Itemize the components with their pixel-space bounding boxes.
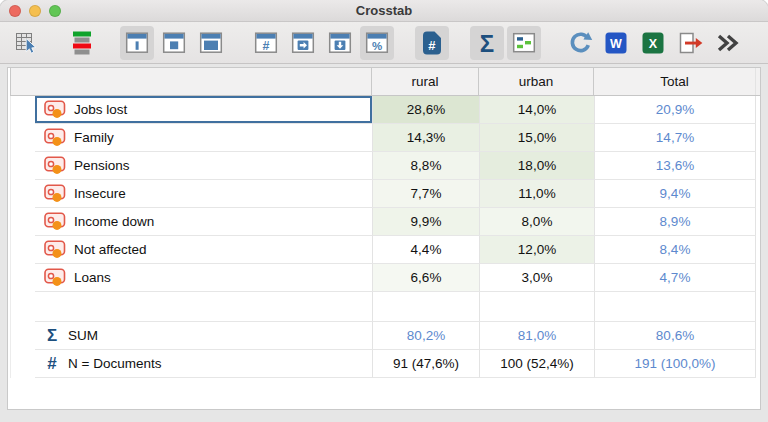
sum-total-cell[interactable]: 80,6% [594,322,756,350]
row-label: Loans [74,270,111,285]
window-percent-icon: % [363,29,391,56]
svg-text:W: W [610,36,622,50]
hash-icon: # [44,355,60,372]
row-label-cell[interactable]: Income down [35,208,372,236]
table-row[interactable]: Loans 6,6% 3,0% 4,7% [10,264,760,292]
urban-cell[interactable]: 12,0% [479,236,594,264]
total-cell[interactable]: 20,9% [594,96,756,124]
window-arrow-right-icon [289,29,317,56]
table-row[interactable]: Family 14,3% 15,0% 14,7% [10,124,760,152]
row-label-cell[interactable]: Family [35,124,372,152]
excel-export-icon: X [641,31,665,55]
rural-cell[interactable]: 9,9% [372,208,479,236]
window-large-pane-button[interactable] [194,26,228,60]
row-gutter [10,180,35,208]
chevron-double-right-button[interactable] [710,26,744,60]
toolbar-group: Σ [470,26,541,60]
rural-cell[interactable]: 28,6% [372,96,479,124]
header-cell-urban[interactable]: urban [479,68,594,95]
total-cell[interactable]: 13,6% [594,152,756,180]
urban-cell[interactable]: 3,0% [479,264,594,292]
rural-cell[interactable]: 6,6% [372,264,479,292]
toolbar-group: WX [562,26,744,60]
rural-cell[interactable]: 7,7% [372,180,479,208]
sigma-icon: Σ [475,29,499,57]
window-hash-button[interactable]: # [249,26,283,60]
n-rural-cell[interactable]: 91 (47,6%) [372,350,479,378]
svg-text:X: X [649,36,658,50]
table-row[interactable]: Jobs lost 28,6% 14,0% 20,9% [10,96,760,124]
export-button[interactable] [673,26,707,60]
empty-urban-cell [479,292,594,322]
row-label-cell[interactable]: Loans [35,264,372,292]
window-medium-pane-button[interactable] [157,26,191,60]
row-label-cell[interactable]: Jobs lost [35,96,372,124]
code-icon [44,212,66,231]
table-header: rural urban Total [10,68,760,96]
row-gutter [10,96,35,124]
window-arrow-right-button[interactable] [286,26,320,60]
window-title: Crosstab [0,0,768,22]
urban-cell[interactable]: 18,0% [479,152,594,180]
refresh-button[interactable] [562,26,596,60]
table-row[interactable]: Income down 9,9% 8,0% 8,9% [10,208,760,236]
window-arrow-down-button[interactable] [323,26,357,60]
toolbar-group [120,26,228,60]
code-icon [44,100,66,119]
urban-cell[interactable]: 14,0% [479,96,594,124]
total-cell[interactable]: 8,4% [594,236,756,264]
sigma-button[interactable]: Σ [470,26,504,60]
table-select-button[interactable] [10,26,44,60]
rural-cell[interactable]: 14,3% [372,124,479,152]
row-gutter [10,208,35,236]
n-label-cell[interactable]: # N = Documents [35,350,372,378]
urban-cell[interactable]: 11,0% [479,180,594,208]
code-icon [44,268,66,287]
row-label-cell[interactable]: Insecure [35,180,372,208]
excel-export-button[interactable]: X [636,26,670,60]
urban-cell[interactable]: 8,0% [479,208,594,236]
total-cell[interactable]: 9,4% [594,180,756,208]
window-hash-icon: # [252,29,280,56]
window-arrow-down-icon [326,29,354,56]
row-gutter [10,152,35,180]
row-label-cell[interactable]: Pensions [35,152,372,180]
badge-hash-icon: # [420,29,444,57]
window-thin-bar-button[interactable] [120,26,154,60]
sum-label-cell[interactable]: Σ SUM [35,322,372,350]
total-cell[interactable]: 8,9% [594,208,756,236]
toolbar: #%#ΣWX [0,22,768,64]
window-large-pane-icon [197,29,225,56]
n-documents-row[interactable]: # N = Documents 91 (47,6%) 100 (52,4%) 1… [10,350,760,378]
badge-hash-button[interactable]: # [415,26,449,60]
highlight-values-button[interactable] [507,26,541,60]
code-margin-button[interactable] [65,26,99,60]
table-row[interactable]: Pensions 8,8% 18,0% 13,6% [10,152,760,180]
sum-urban-cell[interactable]: 81,0% [479,322,594,350]
n-urban-cell[interactable]: 100 (52,4%) [479,350,594,378]
word-export-button[interactable]: W [599,26,633,60]
header-cell-rural[interactable]: rural [372,68,479,95]
table-row[interactable]: Not affected 4,4% 12,0% 8,4% [10,236,760,264]
table-row[interactable]: Insecure 7,7% 11,0% 9,4% [10,180,760,208]
total-cell[interactable]: 14,7% [594,124,756,152]
code-icon [44,240,66,259]
toolbar-group: # [415,26,449,60]
header-cell-total[interactable]: Total [594,68,756,95]
row-label-cell[interactable]: Not affected [35,236,372,264]
empty-rural-cell [372,292,479,322]
rural-cell[interactable]: 4,4% [372,236,479,264]
urban-cell[interactable]: 15,0% [479,124,594,152]
sum-row[interactable]: Σ SUM 80,2% 81,0% 80,6% [10,322,760,350]
row-gutter [10,236,35,264]
sum-rural-cell[interactable]: 80,2% [372,322,479,350]
row-label: Pensions [74,158,130,173]
header-cell-codes[interactable] [10,68,372,95]
rural-cell[interactable]: 8,8% [372,152,479,180]
empty-total-cell [594,292,756,322]
total-cell[interactable]: 4,7% [594,264,756,292]
titlebar[interactable]: Crosstab [0,0,768,22]
n-total-cell[interactable]: 191 (100,0%) [594,350,756,378]
window-percent-button[interactable]: % [360,26,394,60]
table-filler [10,378,760,409]
